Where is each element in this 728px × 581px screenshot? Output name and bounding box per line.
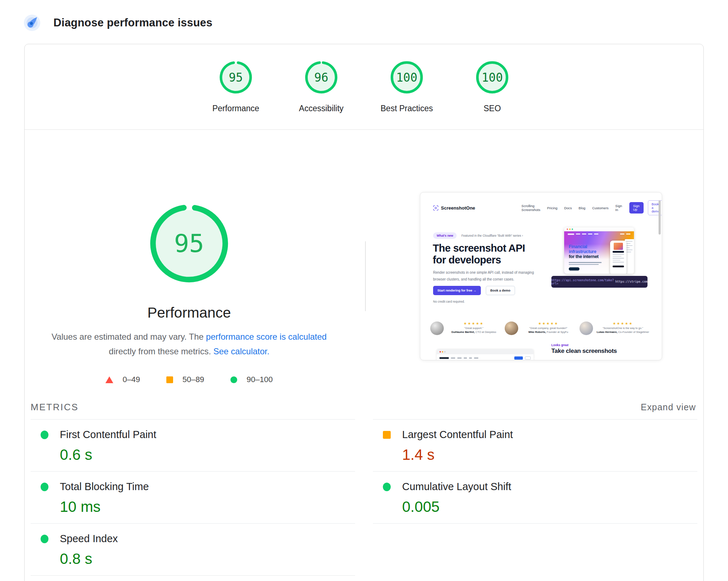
stripe-cta-pill bbox=[569, 267, 579, 271]
thumb-scrollbar bbox=[658, 195, 661, 357]
page-header: Diagnose performance issues bbox=[24, 14, 212, 31]
metric-value: 0.005 bbox=[402, 498, 697, 515]
browser-titlebar bbox=[564, 227, 634, 231]
disclaimer-text: directly from these metrics. bbox=[109, 346, 213, 356]
stripe-browser-mock: Financial infrastructure for the interne… bbox=[564, 227, 634, 274]
browser-titlebar bbox=[437, 349, 534, 354]
thumb-subtitle: Render screenshots in one simple API cal… bbox=[433, 269, 540, 283]
scrollbar-thumb bbox=[659, 200, 661, 235]
category-score-row: 95 Performance 96 Accessibility 100 bbox=[25, 60, 703, 113]
thumb-primary-cta: Start rendering for free → bbox=[433, 286, 481, 295]
pass-circle-icon bbox=[41, 535, 48, 543]
report-card: 95 Performance 96 Accessibility 100 bbox=[24, 44, 704, 581]
metric-first-contentful-paint: First Contentful Paint 0.6 s bbox=[31, 420, 355, 472]
mock-blue-button bbox=[514, 356, 523, 360]
metric-empty-cell bbox=[373, 524, 697, 576]
legend-label: 90–100 bbox=[246, 375, 272, 384]
mock-navbar bbox=[437, 354, 534, 360]
category-gauge-accessibility[interactable]: 96 Accessibility bbox=[290, 60, 353, 113]
stripe-hero: Financial infrastructure for the interne… bbox=[564, 231, 634, 274]
thumb-nav-links: Scrolling Screenshots Pricing Docs Blog … bbox=[521, 204, 622, 212]
testimonials-row: ★★★★★ "Great support." Guillaume Barille… bbox=[430, 322, 650, 335]
stripe-phone-mock bbox=[610, 241, 626, 274]
vertical-divider bbox=[365, 241, 366, 311]
score-value: 100 bbox=[475, 60, 509, 94]
thumb-nav-item: Docs bbox=[564, 206, 572, 210]
lighthouse-speed-icon bbox=[24, 14, 41, 31]
section-divider bbox=[25, 129, 703, 130]
category-gauge-seo[interactable]: 100 SEO bbox=[461, 60, 524, 113]
api-url-value: https://stripe.com bbox=[615, 280, 648, 283]
thumb-nav-item: Pricing bbox=[547, 206, 557, 210]
metric-speed-index: Speed Index 0.8 s bbox=[31, 524, 355, 576]
legend-fail-range: 0–49 bbox=[105, 375, 140, 384]
thumb-nav-item: Scrolling Screenshots bbox=[521, 204, 540, 212]
site-screenshot-thumbnail: ScreenshotOne Scrolling Screenshots Pric… bbox=[420, 192, 662, 360]
score-calc-link[interactable]: performance score is calculated bbox=[206, 332, 327, 341]
expand-view-button[interactable]: Expand view bbox=[641, 402, 696, 412]
window-max-dot bbox=[572, 228, 573, 230]
metric-name: Speed Index bbox=[60, 533, 118, 545]
thumb-secondary-cta: Book a demo bbox=[486, 286, 515, 295]
featured-text: Featured in the Cloudflare "Built With" … bbox=[461, 234, 523, 237]
api-url-prefix: https://api.screenshotone.com/take?url= bbox=[551, 279, 615, 285]
stripe-mini-nav bbox=[568, 233, 630, 235]
metrics-header: METRICS Expand view bbox=[31, 402, 696, 413]
thumb-headline: The screenshot API for developers bbox=[433, 242, 525, 266]
metrics-column-right: Largest Contentful Paint 1.4 s Cumulativ… bbox=[373, 419, 697, 576]
pass-circle-icon bbox=[383, 483, 391, 491]
score-label: SEO bbox=[484, 104, 501, 113]
thumb-logo: ScreenshotOne bbox=[433, 205, 475, 211]
phone-product-photo bbox=[614, 243, 623, 250]
fail-triangle-icon bbox=[105, 376, 113, 383]
metric-value: 0.8 s bbox=[60, 550, 355, 567]
bottom-browser-mock bbox=[437, 349, 534, 360]
legend-average-range: 50–89 bbox=[166, 375, 204, 384]
testimonial-quote: "ScreenshotOne is the way to go." bbox=[596, 327, 650, 330]
score-label: Accessibility bbox=[299, 104, 343, 113]
disclaimer-text: Values are estimated and may vary. The bbox=[52, 332, 206, 341]
thumb-logo-text: ScreenshotOne bbox=[441, 205, 475, 211]
no-credit-card-text: No credit card required. bbox=[433, 300, 465, 303]
legend-pass-range: 90–100 bbox=[230, 375, 272, 384]
testimonial-author: Mike Roberts, Founder at SpyFu bbox=[521, 330, 575, 334]
score-disclaimer: Values are estimated and may vary. The p… bbox=[48, 329, 330, 359]
take-clean-screenshots-heading: Take clean screenshots bbox=[551, 348, 617, 355]
window-min-dot bbox=[442, 351, 443, 353]
thumb-nav-item: Sign In bbox=[615, 204, 622, 212]
testimonial: ★★★★★ "ScreenshotOne is the way to go." … bbox=[579, 322, 650, 335]
star-rating: ★★★★★ bbox=[596, 322, 650, 325]
metric-value: 10 ms bbox=[60, 498, 355, 515]
stripe-paragraph-lines bbox=[569, 262, 602, 266]
category-gauge-best-practices[interactable]: 100 Best Practices bbox=[375, 60, 438, 113]
category-gauge-performance[interactable]: 95 Performance bbox=[204, 60, 267, 113]
api-code-bar: https://api.screenshotone.com/take?url=h… bbox=[551, 276, 648, 288]
testimonial: ★★★★★ "Great company, great founder!" Mi… bbox=[505, 322, 575, 335]
metrics-grid: First Contentful Paint 0.6 s Total Block… bbox=[31, 419, 697, 576]
looks-great-label: Looks great bbox=[551, 343, 568, 347]
metric-value: 1.4 s bbox=[402, 446, 697, 463]
screenshotone-logo-icon bbox=[433, 205, 438, 211]
metric-name: First Contentful Paint bbox=[60, 429, 156, 441]
window-close-dot bbox=[440, 351, 441, 353]
pass-circle-icon bbox=[230, 376, 237, 383]
thumb-nav-item: Blog bbox=[579, 206, 586, 210]
performance-score-value: 95 bbox=[147, 202, 231, 285]
star-rating: ★★★★★ bbox=[447, 322, 500, 325]
metric-name: Cumulative Layout Shift bbox=[402, 481, 511, 493]
legend-label: 0–49 bbox=[123, 375, 140, 384]
metrics-column-left: First Contentful Paint 0.6 s Total Block… bbox=[31, 419, 355, 576]
score-value: 100 bbox=[390, 60, 424, 94]
performance-section-title: Performance bbox=[29, 304, 349, 321]
see-calculator-link[interactable]: See calculator. bbox=[213, 346, 269, 356]
avatar bbox=[505, 322, 518, 335]
metric-value: 0.6 s bbox=[60, 446, 355, 463]
thumb-cta-row: Start rendering for free → Book a demo bbox=[433, 286, 515, 295]
metric-largest-contentful-paint: Largest Contentful Paint 1.4 s bbox=[373, 420, 697, 472]
pass-circle-icon bbox=[41, 483, 48, 491]
testimonial-author: Lukas Hermann, Co-Founder of Stagetimer bbox=[596, 330, 650, 334]
thumb-signup-button: Sign Up bbox=[629, 202, 644, 214]
metric-total-blocking-time: Total Blocking Time 10 ms bbox=[31, 472, 355, 524]
performance-score-gauge: 95 bbox=[147, 202, 231, 285]
score-label: Performance bbox=[212, 104, 259, 113]
